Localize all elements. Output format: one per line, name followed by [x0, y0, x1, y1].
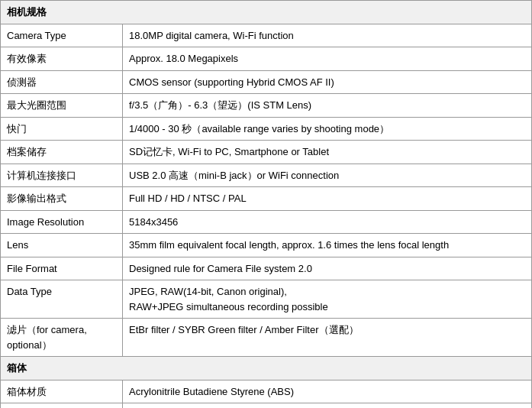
row-label: 侦测器 [1, 70, 123, 94]
row-value: 18.0MP digital camera, Wi-Fi function [123, 24, 532, 47]
table-row: 计算机连接接口USB 2.0 高速（mini-B jack）or WiFi co… [1, 164, 532, 187]
row-value: USB 2.0 高速（mini-B jack）or WiFi connectio… [123, 164, 532, 187]
table-row: 整机尺寸（W x D x H）9.29"x12.48"x16.54" (236x… [1, 403, 532, 409]
table-row: 箱体材质Acrylonitrile Butadiene Styrene (ABS… [1, 380, 532, 403]
row-label: 影像输出格式 [1, 187, 123, 211]
specs-table: 相机规格Camera Type18.0MP digital camera, Wi… [0, 0, 532, 408]
section-header: 箱体 [1, 357, 532, 380]
row-label: 有效像素 [1, 47, 123, 71]
table-row: 滤片（for camera, optional）EtBr filter / SY… [1, 319, 532, 357]
table-row: File FormatDesigned rule for Camera File… [1, 257, 532, 280]
row-label: 最大光圈范围 [1, 94, 123, 118]
row-value: Designed rule for Camera File system 2.0 [123, 257, 532, 280]
row-value: 35mm film equivalent focal length, appro… [123, 234, 532, 257]
table-row: Data TypeJPEG, RAW(14-bit, Canon origina… [1, 280, 532, 319]
row-value: f/3.5（广角）- 6.3（望远）(IS STM Lens) [123, 94, 532, 118]
row-label: 滤片（for camera, optional） [1, 319, 123, 357]
row-value: JPEG, RAW(14-bit, Canon original),RAW+JP… [123, 280, 532, 319]
section-header: 相机规格 [1, 1, 532, 24]
table-row: 有效像素Approx. 18.0 Megapixels [1, 47, 532, 71]
row-label: Data Type [1, 280, 123, 319]
row-value: 1/4000 - 30 秒（available range varies by … [123, 117, 532, 141]
row-value: SD记忆卡, Wi-Fi to PC, Smartphone or Tablet [123, 141, 532, 164]
row-value: EtBr filter / SYBR Green filter / Amber … [123, 319, 532, 357]
table-row: 档案储存SD记忆卡, Wi-Fi to PC, Smartphone or Ta… [1, 141, 532, 164]
table-row: Camera Type18.0MP digital camera, Wi-Fi … [1, 24, 532, 47]
row-value: Full HD / HD / NTSC / PAL [123, 187, 532, 211]
table-row: 影像输出格式Full HD / HD / NTSC / PAL [1, 187, 532, 211]
table-row: Lens35mm film equivalent focal length, a… [1, 234, 532, 257]
row-value: Acrylonitrile Butadiene Styrene (ABS) [123, 380, 532, 403]
row-label: 箱体材质 [1, 380, 123, 403]
row-label: Lens [1, 234, 123, 257]
row-label: 档案储存 [1, 141, 123, 164]
row-value: Approx. 18.0 Megapixels [123, 47, 532, 71]
row-value: 9.29"x12.48"x16.54" (236x317x420mm) [123, 403, 532, 409]
row-label: 整机尺寸（W x D x H） [1, 403, 123, 409]
row-label: 计算机连接接口 [1, 164, 123, 187]
row-value: CMOS sensor (supporting Hybrid CMOS AF I… [123, 70, 532, 94]
table-row: 最大光圈范围f/3.5（广角）- 6.3（望远）(IS STM Lens) [1, 94, 532, 118]
row-label: Image Resolution [1, 210, 123, 234]
row-label: Camera Type [1, 24, 123, 47]
table-row: 侦测器CMOS sensor (supporting Hybrid CMOS A… [1, 70, 532, 94]
row-value: 5184x3456 [123, 210, 532, 234]
table-row: 快门1/4000 - 30 秒（available range varies b… [1, 117, 532, 141]
row-label: 快门 [1, 117, 123, 141]
row-label: File Format [1, 257, 123, 280]
table-row: Image Resolution5184x3456 [1, 210, 532, 234]
